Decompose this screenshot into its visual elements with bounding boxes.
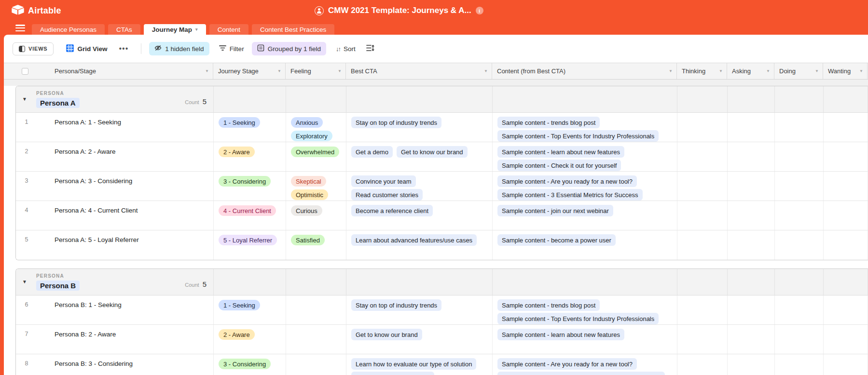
cell-content[interactable]: Sample content - trends blog postSample … <box>493 295 677 324</box>
cell-content[interactable]: Sample content - learn about new feature… <box>493 325 677 354</box>
row-number[interactable]: 3 <box>21 177 32 184</box>
cell-journey-stage[interactable]: 2 - Aware <box>214 325 286 354</box>
tab-content-best-practices[interactable]: Content Best Practices <box>252 24 334 35</box>
linked-record-pill[interactable]: Sample content - Are you ready for a new… <box>497 175 637 187</box>
linked-record-pill[interactable]: Sample content - Check it out for yourse… <box>497 160 621 171</box>
table-row[interactable]: 8Persona B: 3 - Considering3 - Consideri… <box>16 354 868 375</box>
linked-record-pill[interactable]: Sample content - trends blog post <box>497 117 600 128</box>
cell-thinking[interactable] <box>677 325 728 354</box>
cell-thinking[interactable] <box>677 230 728 260</box>
row-number[interactable]: 5 <box>21 236 32 243</box>
linked-record-pill[interactable]: Sample content - trends blog post <box>497 299 600 311</box>
column-header-journey-stage[interactable]: Journey Stage▼ <box>213 63 286 79</box>
linked-record-pill[interactable]: Learn about advanced features/use cases <box>351 234 477 246</box>
chevron-down-icon[interactable]: ▼ <box>815 69 819 73</box>
primary-cell[interactable]: 8Persona B: 3 - Considering <box>16 354 214 375</box>
cell-feeling[interactable] <box>286 325 346 354</box>
cell-feeling[interactable]: Curious <box>286 201 346 230</box>
column-header-asking[interactable]: Asking▼ <box>727 63 774 79</box>
view-more-options-button[interactable]: ••• <box>119 44 128 53</box>
tab-audience-personas[interactable]: Audience Personas <box>32 24 105 35</box>
table-row[interactable]: 3Persona A: 3 - Considering3 - Consideri… <box>16 172 868 201</box>
row-number[interactable]: 2 <box>21 148 32 155</box>
row-number[interactable]: 8 <box>21 360 32 367</box>
cell-wanting[interactable] <box>824 354 868 375</box>
primary-cell[interactable]: 6Persona B: 1 - Seeking <box>16 295 214 324</box>
linked-record-pill[interactable]: Become a reference client <box>351 205 433 216</box>
select-all-checkbox[interactable] <box>22 68 28 75</box>
column-header-feeling[interactable]: Feeling▼ <box>286 63 346 79</box>
linked-record-pill[interactable]: Sample content - Top Events for Industry… <box>497 313 659 324</box>
chevron-down-icon[interactable]: ▼ <box>338 69 342 73</box>
cell-wanting[interactable] <box>824 295 868 324</box>
cell-feeling[interactable] <box>286 295 346 324</box>
linked-record-pill[interactable]: Convince your team <box>351 175 416 187</box>
cell-thinking[interactable] <box>677 113 728 142</box>
cell-content[interactable]: Sample content - Are you ready for a new… <box>493 354 677 375</box>
cell-asking[interactable] <box>728 325 775 354</box>
cell-feeling[interactable]: SkepticalOptimistic <box>286 172 346 201</box>
linked-record-pill[interactable] <box>497 372 665 375</box>
linked-record-pill[interactable]: Sample content - learn about new feature… <box>497 146 624 158</box>
primary-cell[interactable]: 5Persona A: 5 - Loyal Referrer <box>16 230 214 260</box>
menu-hamburger-icon[interactable] <box>15 25 25 31</box>
cell-thinking[interactable] <box>677 142 728 171</box>
primary-cell[interactable]: 1Persona A: 1 - Seeking <box>16 113 214 142</box>
cell-wanting[interactable] <box>824 113 868 142</box>
primary-cell[interactable]: 4Persona A: 4 - Current Client <box>16 201 214 230</box>
linked-record-pill[interactable]: Get to know our brand <box>397 146 468 158</box>
cell-best-cta[interactable]: Get a demoGet to know our brand <box>346 142 493 171</box>
info-icon[interactable]: i <box>476 7 483 14</box>
column-header-content-from-best-cta[interactable]: Content (from Best CTA)▼ <box>492 63 677 79</box>
cell-thinking[interactable] <box>677 354 728 375</box>
cell-content[interactable]: Sample content - become a power user <box>493 230 677 260</box>
cell-content[interactable]: Sample content - Are you ready for a new… <box>493 172 677 201</box>
cell-doing[interactable] <box>775 354 824 375</box>
linked-record-pill[interactable]: Learn how to evaluate our type of soluti… <box>351 358 476 370</box>
row-height-button[interactable] <box>366 44 374 53</box>
cell-best-cta[interactable]: Learn how to evaluate our type of soluti… <box>346 354 493 375</box>
linked-record-pill[interactable]: Sample content - Top Events for Industry… <box>497 130 659 142</box>
cell-thinking[interactable] <box>677 201 728 230</box>
cell-journey-stage[interactable]: 1 - Seeking <box>214 295 286 324</box>
linked-record-pill[interactable]: Sample content - become a power user <box>497 234 616 246</box>
primary-cell[interactable]: 2Persona A: 2 - Aware <box>16 142 214 171</box>
table-row[interactable]: 1Persona A: 1 - Seeking1 - SeekingAnxiou… <box>16 113 868 142</box>
table-row[interactable]: 6Persona B: 1 - Seeking1 - SeekingStay o… <box>16 295 868 325</box>
cell-feeling[interactable]: Satisfied <box>286 230 346 260</box>
cell-asking[interactable] <box>728 354 775 375</box>
cell-best-cta[interactable]: Learn about advanced features/use cases <box>346 230 493 260</box>
cell-wanting[interactable] <box>824 201 868 230</box>
cell-doing[interactable] <box>775 201 824 230</box>
table-row[interactable]: 7Persona B: 2 - Aware2 - AwareGet to kno… <box>16 325 868 354</box>
cell-thinking[interactable] <box>677 172 728 201</box>
cell-wanting[interactable] <box>824 230 868 260</box>
cell-best-cta[interactable]: Convince your teamRead customer stories <box>346 172 493 201</box>
hidden-fields-button[interactable]: 1 hidden field <box>149 42 209 55</box>
cell-journey-stage[interactable]: 2 - Aware <box>214 142 286 171</box>
row-number[interactable]: 6 <box>21 301 32 308</box>
column-header-wanting[interactable]: Wanting▼ <box>823 63 868 79</box>
chevron-down-icon[interactable]: ▼ <box>669 69 673 73</box>
cell-wanting[interactable] <box>824 325 868 354</box>
row-number[interactable]: 1 <box>21 119 32 125</box>
collapse-group-icon[interactable]: ▼ <box>22 96 27 102</box>
cell-doing[interactable] <box>775 230 824 260</box>
chevron-down-icon[interactable]: ▼ <box>859 69 863 73</box>
linked-record-pill[interactable]: Sample content - 3 Essential Metrics for… <box>497 189 643 201</box>
chevron-down-icon[interactable]: ▼ <box>277 69 281 73</box>
linked-record-pill[interactable]: Get to know our brand <box>351 329 422 340</box>
sort-button[interactable]: ↓↑ Sort <box>336 45 356 53</box>
chevron-down-icon[interactable]: ▼ <box>484 69 488 73</box>
cell-doing[interactable] <box>775 295 824 324</box>
cell-doing[interactable] <box>775 113 824 142</box>
cell-asking[interactable] <box>728 295 775 324</box>
cell-feeling[interactable] <box>286 354 346 375</box>
linked-record-pill[interactable]: Sample content - join our next webinar <box>497 205 613 216</box>
column-header-persona-stage[interactable]: Persona/Stage▼ <box>15 63 213 79</box>
linked-record-pill[interactable]: Sample content - learn about new feature… <box>497 329 624 340</box>
cell-best-cta[interactable]: Get to know our brand <box>346 325 493 354</box>
cell-doing[interactable] <box>775 172 824 201</box>
cell-content[interactable]: Sample content - join our next webinar <box>493 201 677 230</box>
linked-record-pill[interactable]: Get a demo <box>351 146 393 158</box>
